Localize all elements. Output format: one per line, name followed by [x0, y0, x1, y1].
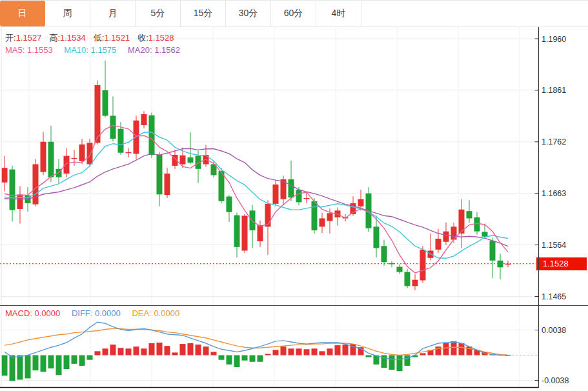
macd-bar	[41, 356, 46, 372]
candle-body	[474, 217, 480, 232]
tab-60min[interactable]: 60分	[271, 1, 316, 26]
macd-bar	[443, 343, 449, 355]
macd-bar	[126, 348, 132, 355]
macd-label: MACD:	[5, 308, 32, 318]
macd-bar	[188, 343, 194, 355]
macd-bar	[289, 348, 294, 355]
ma5-label: MA5:	[5, 45, 25, 55]
macd-bar	[103, 348, 108, 355]
macd-bar	[157, 343, 163, 355]
macd-bar	[420, 353, 426, 355]
candle-body	[250, 210, 256, 230]
candle-body	[397, 266, 403, 272]
candle-body	[95, 85, 101, 143]
macd-axis-tick-label: -0.0038	[542, 376, 569, 385]
macd-bar	[165, 346, 170, 355]
tab-30min[interactable]: 30分	[226, 1, 271, 26]
macd-bar	[2, 356, 8, 376]
candle-body	[319, 218, 325, 226]
open-label: 开:	[5, 33, 16, 43]
macd-bar	[33, 356, 39, 371]
y-axis-tick-label: 1.1960	[542, 35, 566, 44]
candle-body	[289, 179, 294, 197]
candle-body	[381, 246, 387, 262]
macd-bar	[273, 350, 279, 355]
macd-bar	[405, 356, 411, 366]
dea-value: 0.0000	[154, 308, 179, 318]
ma-readout: MA5: 1.1553 MA10: 1.1575 MA20: 1.1562	[5, 45, 189, 55]
tab-day[interactable]: 日	[0, 1, 45, 26]
candle-body	[126, 152, 132, 153]
macd-bar	[451, 341, 457, 356]
tab-15min[interactable]: 15分	[181, 1, 226, 26]
candle-body	[87, 143, 93, 164]
price-chart-svg: 1.19601.18611.17621.16631.15641.14650.00…	[0, 0, 588, 391]
close-label: 收:	[137, 33, 148, 43]
dea-label: DEA:	[132, 308, 151, 318]
candle-body	[405, 272, 411, 286]
macd-bar	[110, 345, 116, 355]
macd-bar	[10, 356, 15, 381]
candle-body	[227, 197, 232, 212]
macd-bar	[250, 356, 256, 362]
macd-bar	[366, 356, 372, 357]
macd-bar	[211, 352, 217, 355]
open-value: 1.1527	[16, 33, 42, 43]
macd-bar	[296, 348, 302, 355]
macd-bar	[312, 348, 318, 355]
y-axis-tick-label: 1.1564	[542, 241, 566, 250]
diff-label: DIFF:	[72, 308, 93, 318]
macd-value: 0.0000	[35, 308, 61, 318]
tab-week[interactable]: 周	[45, 1, 90, 26]
macd-bar	[17, 356, 23, 380]
tab-month[interactable]: 月	[90, 1, 136, 26]
ohlc-readout: 开:1.1527高:1.1534低:1.1521收:1.1528	[5, 32, 182, 44]
candle-body	[258, 225, 263, 241]
candle-body	[412, 280, 418, 286]
candle-body	[312, 201, 318, 230]
candle-body	[118, 129, 124, 153]
y-axis-tick-label: 1.1861	[542, 86, 566, 95]
candle-body	[188, 157, 194, 163]
macd-bar	[265, 354, 271, 355]
candle-body	[242, 216, 248, 250]
candle-body	[110, 115, 116, 139]
candle-body	[374, 226, 380, 248]
macd-bar	[118, 348, 124, 355]
high-label: 高:	[49, 33, 60, 43]
macd-bar	[327, 348, 333, 355]
candle-body	[64, 156, 70, 174]
ma10-value: 1.1575	[91, 45, 117, 55]
candle-body	[10, 170, 15, 210]
macd-bar	[281, 346, 287, 355]
candle-body	[234, 216, 240, 247]
candle-body	[157, 155, 163, 194]
macd-bar	[389, 356, 395, 370]
macd-bar	[242, 356, 248, 361]
candle-body	[296, 190, 302, 202]
timeframe-toolbar: 日周月5分15分30分60分4时	[0, 0, 588, 27]
ma20-value: 1.1562	[154, 45, 180, 55]
close-value: 1.1528	[148, 33, 174, 43]
candle-body	[467, 211, 472, 218]
macd-bar	[397, 356, 403, 372]
candle-body	[436, 239, 441, 250]
ma20-label: MA20:	[128, 45, 152, 55]
candle-body	[490, 241, 496, 261]
y-axis-tick-label: 1.1465	[542, 292, 566, 301]
macd-bar	[459, 343, 465, 355]
macd-bar	[203, 346, 209, 355]
candle-body	[273, 185, 279, 204]
tab-5min[interactable]: 5分	[136, 1, 181, 26]
macd-bar	[149, 343, 155, 355]
macd-bar	[343, 345, 349, 355]
macd-bar	[87, 356, 93, 360]
macd-bar	[227, 356, 232, 365]
tab-4hour[interactable]: 4时	[316, 1, 361, 26]
candle-body	[389, 263, 395, 265]
ma10-label: MA10:	[64, 45, 88, 55]
low-value: 1.1521	[104, 33, 130, 43]
candle-body	[33, 165, 39, 205]
ma5-value: 1.1553	[27, 45, 53, 55]
macd-bar	[134, 346, 139, 355]
